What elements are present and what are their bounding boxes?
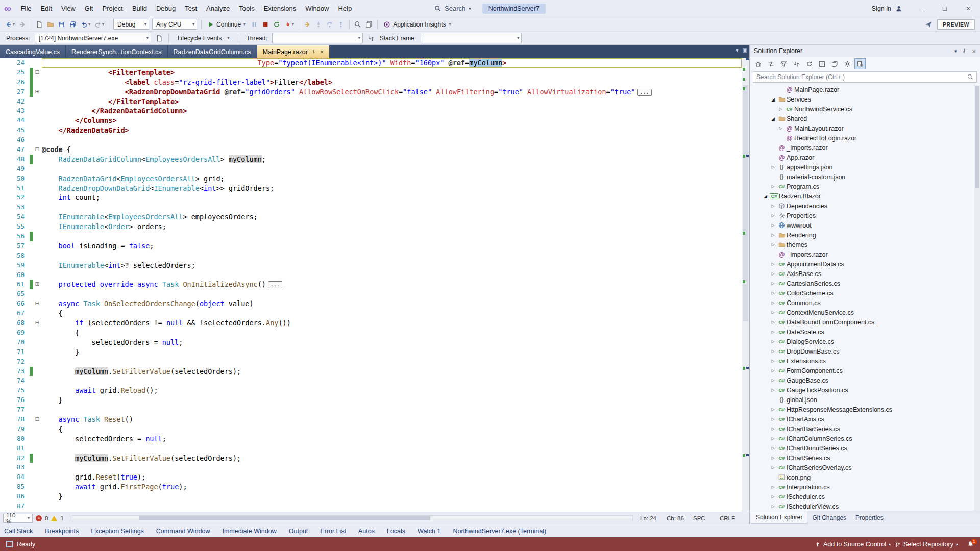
tree-item[interactable]: ▷C#Common.cs bbox=[750, 298, 980, 308]
code-line[interactable]: 47⊟@code { bbox=[0, 145, 742, 155]
panel-tab-locals[interactable]: Locals bbox=[387, 528, 405, 535]
tab-mainpage-razor[interactable]: MainPage.razor× bbox=[257, 45, 329, 58]
tree-item[interactable]: ▷C#DataBoundFormComponent.cs bbox=[750, 317, 980, 327]
tree-item[interactable]: @App.razor bbox=[750, 153, 980, 162]
code-line[interactable]: 74 bbox=[0, 376, 742, 386]
tree-item[interactable]: icon.png bbox=[750, 472, 980, 482]
tree-item[interactable]: ▷C#IChartColumnSeries.cs bbox=[750, 434, 980, 443]
close-icon[interactable]: × bbox=[972, 47, 976, 55]
code-line[interactable]: 72 bbox=[0, 357, 742, 367]
expand-arrow-icon[interactable]: ▷ bbox=[769, 427, 777, 431]
sync-with-active-document-icon[interactable] bbox=[791, 58, 802, 69]
expand-arrow-icon[interactable]: ▷ bbox=[769, 485, 777, 489]
expand-arrow-icon[interactable]: ▷ bbox=[769, 281, 777, 286]
tree-item[interactable]: ▷C#IChartBarSeries.cs bbox=[750, 424, 980, 434]
expand-arrow-icon[interactable]: ▷ bbox=[769, 388, 777, 392]
save-icon[interactable] bbox=[56, 18, 67, 31]
tree-item[interactable]: ▷C#AppointmentData.cs bbox=[750, 259, 980, 269]
show-next-statement-icon[interactable] bbox=[302, 18, 313, 31]
expand-arrow-icon[interactable]: ▷ bbox=[769, 320, 777, 324]
maximize-button[interactable]: □ bbox=[933, 0, 957, 17]
expand-arrow-icon[interactable]: ▷ bbox=[769, 262, 777, 266]
application-insights-dropdown[interactable]: Application Insights▾ bbox=[380, 21, 454, 28]
undo-icon[interactable]: ▾ bbox=[79, 18, 92, 31]
expand-arrow-icon[interactable]: ◢ bbox=[762, 194, 769, 199]
menu-test[interactable]: Test bbox=[180, 0, 202, 17]
editor-horizontal-scrollbar[interactable] bbox=[71, 515, 633, 521]
code-line[interactable]: 68⊟ if (selectedOrders != null && !selec… bbox=[0, 318, 742, 328]
code-line[interactable]: 70 selectedOrders = null; bbox=[0, 338, 742, 347]
code-line[interactable]: 54 IEnumerable<EmployeesOrdersAll> emplo… bbox=[0, 212, 742, 222]
preview-badge[interactable]: PREVIEW bbox=[937, 19, 975, 30]
fold-marker-icon[interactable]: ⊞ bbox=[33, 87, 42, 97]
sign-in-link[interactable]: Sign in bbox=[872, 5, 891, 12]
show-all-files-icon[interactable] bbox=[829, 58, 840, 69]
code-line[interactable]: 65 bbox=[0, 289, 742, 299]
expand-arrow-icon[interactable]: ▷ bbox=[769, 165, 777, 169]
expand-arrow-icon[interactable]: ▷ bbox=[769, 310, 777, 315]
code-line[interactable]: 75 await grid.Reload(); bbox=[0, 386, 742, 395]
expand-arrow-icon[interactable]: ▷ bbox=[769, 233, 777, 237]
step-out-icon[interactable] bbox=[335, 18, 347, 31]
code-line[interactable]: 79 { bbox=[0, 424, 742, 434]
code-line[interactable]: 55 IEnumerable<Order> orders; bbox=[0, 222, 742, 232]
tree-item[interactable]: ▷C#DateScale.cs bbox=[750, 327, 980, 337]
code-line[interactable]: 24 Type="typeof(IEnumerable<int>)" Width… bbox=[0, 58, 742, 68]
notifications-button[interactable]: 1 bbox=[967, 541, 974, 547]
expand-arrow-icon[interactable]: ▷ bbox=[769, 242, 777, 247]
menu-git[interactable]: Git bbox=[80, 0, 98, 17]
window-position-icon[interactable]: ▾ bbox=[954, 48, 957, 54]
code-line[interactable]: 82 myColumn.SetFilterValue(selectedOrder… bbox=[0, 454, 742, 463]
code-line[interactable]: 46 bbox=[0, 135, 742, 145]
code-line[interactable]: 58 bbox=[0, 251, 742, 261]
panel-tab-command-window[interactable]: Command Window bbox=[156, 528, 210, 535]
code-line[interactable]: 81 bbox=[0, 444, 742, 454]
error-icon[interactable]: × bbox=[36, 515, 42, 521]
menu-analyze[interactable]: Analyze bbox=[202, 0, 234, 17]
tree-item[interactable]: ▷C#NorthwindService.cs bbox=[750, 104, 980, 114]
tree-item[interactable]: ▷C#DropDownBase.cs bbox=[750, 346, 980, 356]
tree-item[interactable]: @_Imports.razor bbox=[750, 249, 980, 259]
solution-configurations-select[interactable]: Debug▾ bbox=[113, 19, 149, 30]
code-line[interactable]: 83 bbox=[0, 463, 742, 472]
document-list-icon[interactable]: ▣ bbox=[743, 47, 747, 53]
code-line[interactable]: 76 } bbox=[0, 395, 742, 405]
code-line[interactable]: 77 bbox=[0, 405, 742, 415]
code-line[interactable]: 73 myColumn.SetFilterValue(selectedOrder… bbox=[0, 367, 742, 377]
menu-build[interactable]: Build bbox=[128, 0, 152, 17]
tree-item[interactable]: ▷C#ISchedulerView.cs bbox=[750, 502, 980, 511]
stop-icon[interactable] bbox=[260, 18, 271, 31]
menu-view[interactable]: View bbox=[57, 0, 80, 17]
continue-button[interactable]: Continue▾ bbox=[204, 21, 249, 28]
code-line[interactable]: 87 bbox=[0, 502, 742, 511]
panel-tab-exception-settings[interactable]: Exception Settings bbox=[91, 528, 144, 535]
tree-item[interactable]: ▷C#GaugeTickPosition.cs bbox=[750, 385, 980, 395]
panel-tab-output[interactable]: Output bbox=[289, 528, 308, 535]
thread-select[interactable]: ▾ bbox=[272, 33, 363, 43]
code-line[interactable]: 59 IEnumerable<int>? selectedOrders; bbox=[0, 261, 742, 270]
expand-arrow-icon[interactable]: ▷ bbox=[769, 417, 777, 421]
code-line[interactable]: 51 RadzenDropDownDataGrid<IEnumerable<in… bbox=[0, 184, 742, 193]
tree-item[interactable]: @MainPage.razor bbox=[750, 85, 980, 94]
process-select[interactable]: [1724] NorthwindServer7.exe ▾ bbox=[35, 33, 151, 43]
code-line[interactable]: 66⊟ async Task OnSelectedOrdersChange(ob… bbox=[0, 299, 742, 309]
stack-frame-select[interactable]: ▾ bbox=[421, 33, 522, 43]
tree-item[interactable]: ▷C#GaugeBase.cs bbox=[750, 375, 980, 385]
tree-item[interactable]: ▷C#DialogService.cs bbox=[750, 337, 980, 346]
menu-debug[interactable]: Debug bbox=[152, 0, 180, 17]
menu-help[interactable]: Help bbox=[333, 0, 356, 17]
tree-item[interactable]: ▷C#Extensions.cs bbox=[750, 356, 980, 366]
tool-tab-properties[interactable]: Properties bbox=[851, 511, 888, 524]
tree-item[interactable]: ▷C#IChartDonutSeries.cs bbox=[750, 443, 980, 453]
tree-item[interactable]: ◢Shared bbox=[750, 114, 980, 123]
refresh-icon[interactable] bbox=[803, 58, 815, 69]
menu-file[interactable]: File bbox=[16, 0, 36, 17]
panel-tab-autos[interactable]: Autos bbox=[358, 528, 375, 535]
tree-item[interactable]: {}material-custom.json bbox=[750, 172, 980, 182]
tree-item[interactable]: ▷C#IChartSeries.cs bbox=[750, 453, 980, 463]
find-in-files-icon[interactable] bbox=[352, 18, 363, 31]
switch-views-icon[interactable] bbox=[765, 58, 776, 69]
code-line[interactable]: 85 await grid.FirstPage(true); bbox=[0, 482, 742, 492]
preview-selected-items-icon[interactable] bbox=[854, 58, 866, 69]
code-line[interactable]: 43 </RadzenDataGridColumn> bbox=[0, 106, 742, 116]
